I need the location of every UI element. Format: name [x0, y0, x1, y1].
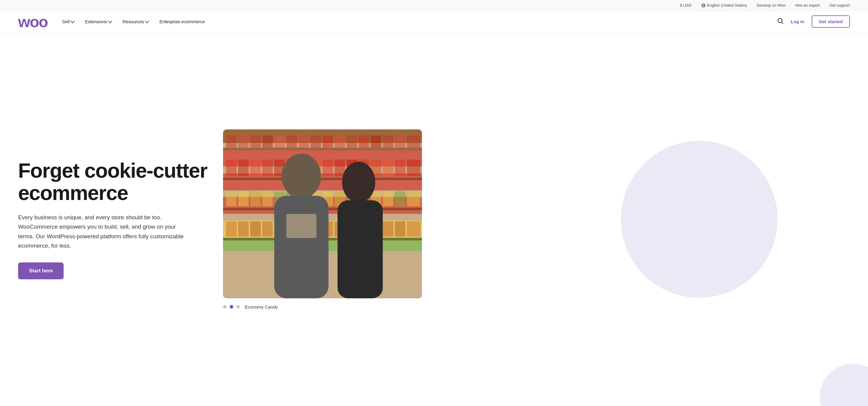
hero-content: Forget cookie-cutter ecommerce Every bus…: [18, 159, 223, 280]
get-support-link[interactable]: Get support: [830, 3, 850, 7]
carousel-label: Economy Candy: [245, 304, 278, 310]
logo[interactable]: woo: [18, 14, 48, 30]
currency-selector[interactable]: $ USD: [680, 3, 691, 7]
nav-item-extensions[interactable]: Extensions: [85, 19, 112, 24]
globe-icon: [701, 3, 706, 7]
nav-sell-label: Sell: [62, 19, 70, 24]
chevron-down-icon: [108, 19, 112, 23]
nav-resources-label: Resources: [122, 19, 144, 24]
svg-rect-74: [274, 196, 329, 298]
language-selector[interactable]: English (United States): [701, 3, 747, 7]
nav-item-enterprise[interactable]: Enterprise ecommerce: [159, 19, 205, 24]
logo-text: woo: [18, 14, 48, 30]
svg-rect-75: [286, 214, 316, 238]
nav-item-sell[interactable]: Sell: [62, 19, 74, 24]
svg-point-76: [342, 162, 375, 203]
hero-section: Forget cookie-cutter ecommerce Every bus…: [0, 33, 868, 406]
people-overlay: [223, 129, 422, 298]
svg-point-73: [282, 153, 321, 199]
search-icon[interactable]: [777, 18, 784, 26]
hero-title: Forget cookie-cutter ecommerce: [18, 159, 223, 204]
nav-extensions-label: Extensions: [85, 19, 107, 24]
carousel-dot-2[interactable]: [230, 305, 233, 309]
navbar-right: Log in Get started: [777, 16, 850, 28]
chevron-down-icon: [145, 19, 149, 23]
carousel-dot-3[interactable]: [236, 305, 240, 309]
nav-links: Sell Extensions Resources Enterprise eco…: [62, 19, 205, 24]
navbar: woo Sell Extensions Resources Enterprise…: [0, 11, 868, 33]
get-started-button[interactable]: Get started: [812, 16, 850, 28]
svg-line-4: [781, 22, 783, 24]
carousel-dot-1[interactable]: [223, 305, 227, 309]
hero-description: Every business is unique, and every stor…: [18, 213, 193, 250]
svg-rect-77: [338, 200, 383, 298]
nav-enterprise-label: Enterprise ecommerce: [159, 19, 205, 24]
hero-image-wrap: Economy Candy: [223, 129, 422, 310]
hero-blob-decoration: [820, 364, 868, 406]
carousel-section: Economy Candy: [223, 304, 422, 310]
utility-bar: $ USD English (United States) Develop on…: [0, 0, 868, 11]
develop-link[interactable]: Develop on Woo: [757, 3, 786, 7]
navbar-left: woo Sell Extensions Resources Enterprise…: [18, 14, 205, 30]
nav-item-resources[interactable]: Resources: [122, 19, 149, 24]
start-here-button[interactable]: Start here: [18, 262, 64, 279]
hire-expert-link[interactable]: Hire an expert: [795, 3, 820, 7]
chevron-down-icon: [70, 19, 75, 23]
hero-image: [223, 129, 422, 298]
language-label: English (United States): [707, 3, 747, 7]
login-button[interactable]: Log in: [791, 19, 804, 24]
